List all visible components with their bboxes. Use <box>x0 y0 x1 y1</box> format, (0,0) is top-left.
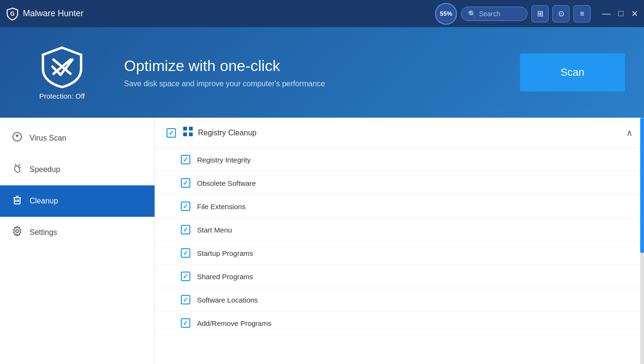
window-controls: — □ ✕ <box>602 9 638 19</box>
software-locations-label: Software Locations <box>197 296 258 304</box>
registry-cleanup-section[interactable]: Registry Cleanup ∧ <box>155 118 644 148</box>
banner-subtitle: Save disk space and improve your compute… <box>124 80 520 88</box>
svg-text:G: G <box>10 10 14 17</box>
registry-cleanup-label: Registry Cleanup <box>198 129 626 137</box>
app-logo: G Malware Hunter <box>6 7 435 20</box>
list-item[interactable]: Add/Remove Programs <box>155 312 644 335</box>
startup-programs-label: Startup Programs <box>197 249 253 257</box>
settings-icon <box>11 225 23 240</box>
title-bar: G Malware Hunter 55% 🔍 Search ⊞ ⊙ ≡ — □ … <box>0 0 644 27</box>
protection-label: Protection: Off <box>39 92 85 100</box>
registry-cleanup-grid-icon <box>183 126 193 139</box>
svg-point-8 <box>13 165 21 173</box>
hamburger-icon: ≡ <box>580 10 584 18</box>
scan-button[interactable]: Scan <box>520 53 625 91</box>
svg-line-10 <box>15 164 16 166</box>
header-banner: Protection: Off Optimize with one-click … <box>0 27 644 118</box>
svg-rect-20 <box>189 127 193 131</box>
scrollbar-thumb[interactable] <box>640 118 644 253</box>
sidebar: Virus Scan Speedup <box>0 118 155 364</box>
content-area: Registry Cleanup ∧ Registry Integrity Ob… <box>155 118 644 364</box>
cleanup-icon <box>11 194 23 208</box>
svg-point-18 <box>16 230 19 233</box>
list-item[interactable]: File Extensions <box>155 195 644 218</box>
obsolete-software-label: Obsolete Software <box>197 179 256 187</box>
search-box[interactable]: 🔍 Search <box>461 7 528 21</box>
menu-button[interactable]: ≡ <box>573 5 591 22</box>
software-locations-checkbox[interactable] <box>181 295 190 304</box>
list-item[interactable]: Registry Integrity <box>155 148 644 172</box>
speedup-icon <box>11 162 23 177</box>
registry-cleanup-checkbox[interactable] <box>166 128 176 138</box>
scrollbar[interactable] <box>640 118 644 364</box>
add-remove-programs-label: Add/Remove Programs <box>197 319 271 327</box>
svg-rect-19 <box>183 127 187 131</box>
svg-line-11 <box>19 167 21 168</box>
list-item[interactable]: Software Locations <box>155 288 644 312</box>
start-menu-label: Start Menu <box>197 226 232 234</box>
sidebar-item-cleanup[interactable]: Cleanup <box>0 185 155 217</box>
svg-line-9 <box>18 164 20 166</box>
virus-scan-icon <box>11 131 23 145</box>
list-item[interactable]: Start Menu <box>155 218 644 242</box>
minimize-button[interactable]: — <box>602 9 611 19</box>
startup-programs-checkbox[interactable] <box>181 248 190 258</box>
grid-icon: ⊞ <box>537 9 543 18</box>
sidebar-label-settings: Settings <box>30 228 57 237</box>
sidebar-item-speedup[interactable]: Speedup <box>0 154 155 185</box>
app-title: Malware Hunter <box>23 9 83 19</box>
start-menu-checkbox[interactable] <box>181 225 190 234</box>
list-item[interactable]: Shared Programs <box>155 265 644 288</box>
maximize-button[interactable]: □ <box>618 9 623 19</box>
title-bar-controls: 55% 🔍 Search ⊞ ⊙ ≡ — □ ✕ <box>435 3 638 25</box>
grid-view-button[interactable]: ⊞ <box>531 5 549 22</box>
list-item[interactable]: Obsolete Software <box>155 172 644 195</box>
svg-rect-21 <box>183 132 187 136</box>
svg-rect-22 <box>189 132 193 136</box>
list-item[interactable]: Startup Programs <box>155 242 644 265</box>
shared-programs-checkbox[interactable] <box>181 272 190 281</box>
copy-button[interactable]: ⊙ <box>552 5 570 22</box>
chevron-up-icon[interactable]: ∧ <box>626 128 633 138</box>
close-button[interactable]: ✕ <box>631 9 638 19</box>
main-area: Virus Scan Speedup <box>0 118 644 364</box>
add-remove-programs-checkbox[interactable] <box>181 318 190 328</box>
score-badge[interactable]: 55% <box>435 3 457 25</box>
registry-integrity-label: Registry Integrity <box>197 156 251 164</box>
sidebar-label-virus-scan: Virus Scan <box>30 134 66 142</box>
file-extensions-checkbox[interactable] <box>181 202 190 211</box>
shield-area: Protection: Off <box>10 45 114 100</box>
search-icon: 🔍 <box>468 10 476 18</box>
cleanup-list: Registry Cleanup ∧ Registry Integrity Ob… <box>155 118 644 335</box>
sidebar-item-virus-scan[interactable]: Virus Scan <box>0 122 155 154</box>
banner-text: Optimize with one-click Save disk space … <box>114 57 520 88</box>
copy-icon: ⊙ <box>558 9 564 18</box>
sidebar-label-speedup: Speedup <box>30 165 60 174</box>
sidebar-item-settings[interactable]: Settings <box>0 217 155 248</box>
file-extensions-label: File Extensions <box>197 202 246 211</box>
sidebar-label-cleanup: Cleanup <box>30 197 58 205</box>
registry-integrity-checkbox[interactable] <box>181 155 190 164</box>
banner-title: Optimize with one-click <box>124 57 520 75</box>
shield-logo-icon: G <box>6 7 19 20</box>
protection-shield-icon <box>38 45 86 88</box>
shared-programs-label: Shared Programs <box>197 273 253 281</box>
obsolete-software-checkbox[interactable] <box>181 178 190 188</box>
